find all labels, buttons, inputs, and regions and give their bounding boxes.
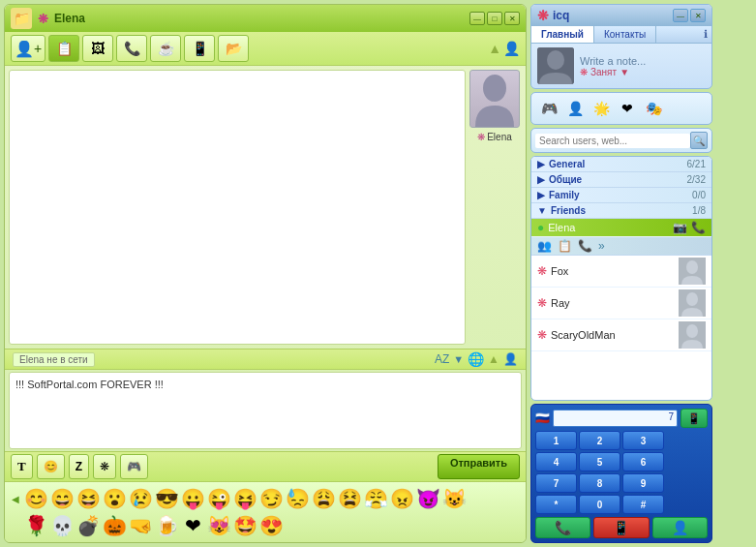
end-call-button[interactable]: 📱 [593, 517, 649, 538]
profile-info: Write a note... ❋ Занят ▼ [580, 55, 706, 77]
emoji-sad[interactable]: 😢 [128, 486, 153, 511]
text-format-button[interactable]: T [11, 454, 33, 479]
scroll-up-chat[interactable]: ▲ [488, 41, 501, 56]
group-general[interactable]: ▶ General 6/21 [531, 157, 711, 172]
mobile-button[interactable]: 📱 [184, 35, 215, 62]
key-9[interactable]: 9 [622, 473, 664, 493]
emoji-scroll-left[interactable]: ◀ [9, 486, 22, 511]
globe-icon[interactable]: 🌐 [468, 351, 484, 367]
emoji-laugh[interactable]: 😆 [76, 486, 101, 511]
dropdown-arrow[interactable]: ▼ [453, 353, 464, 365]
elena-action-1[interactable]: 👥 [537, 239, 552, 253]
flower-button[interactable]: ❋ [93, 454, 116, 479]
emoji-weary[interactable]: 😩 [311, 486, 336, 511]
chat-input-area[interactable]: !!! SoftPortal.com FOREVER !!! [9, 372, 522, 449]
emoji-tongue[interactable]: 😛 [180, 486, 205, 511]
icq-icon-star[interactable]: 🌟 [590, 97, 613, 120]
icq-minimize-button[interactable]: — [673, 9, 688, 22]
maximize-button[interactable]: □ [487, 12, 502, 25]
contact-fox[interactable]: ❋ Fox [531, 256, 711, 288]
phone-display[interactable]: 7 [553, 410, 678, 427]
emoji-wink-tongue[interactable]: 😜 [206, 486, 231, 511]
elena-action-3[interactable]: 📞 [578, 239, 592, 253]
z-button[interactable]: Z [69, 454, 89, 479]
coffee-button[interactable]: ☕ [150, 35, 181, 62]
emoji-tired[interactable]: 😫 [337, 486, 362, 511]
emoji-rose[interactable]: 🌹 [23, 513, 48, 538]
key-5[interactable]: 5 [579, 452, 620, 471]
key-1[interactable]: 1 [535, 431, 577, 450]
emoji-steaming[interactable]: 😤 [363, 486, 388, 511]
emoji-heart[interactable]: ❤ [180, 513, 205, 538]
emoji-love-eyes[interactable]: 😍 [258, 513, 284, 538]
group-friends[interactable]: ▼ Friends 1/8 [531, 203, 711, 219]
emoji-scroll-left2[interactable] [9, 513, 22, 538]
key-4[interactable]: 4 [535, 452, 577, 471]
icq-icon-heart[interactable]: ❤ [616, 97, 639, 120]
input-text: !!! SoftPortal.com FOREVER !!! [14, 377, 517, 392]
scroll-contacts-btn[interactable]: 👤 [503, 41, 520, 56]
elena-action-more[interactable]: » [598, 239, 605, 253]
profile-note[interactable]: Write a note... [580, 55, 706, 67]
emoji-angry[interactable]: 😠 [389, 486, 414, 511]
search-button[interactable]: 🔍 [690, 132, 708, 149]
emoji-wow[interactable]: 😮 [102, 486, 127, 511]
emoji-sweat[interactable]: 😓 [285, 486, 310, 511]
emoji-squint[interactable]: 😝 [232, 486, 257, 511]
icq-icon-user[interactable]: 👤 [563, 97, 587, 120]
scroll-up-icon[interactable]: ▲ [488, 352, 499, 366]
contact-ray[interactable]: ❋ Ray [531, 288, 711, 319]
emoji-grin[interactable]: 😄 [49, 486, 75, 511]
emoji-cat-heart[interactable]: 😻 [206, 513, 231, 538]
key-2[interactable]: 2 [579, 431, 620, 450]
emoji-happy[interactable]: 😊 [23, 486, 48, 511]
emoji-smirk[interactable]: 😏 [258, 486, 284, 511]
group-obshie[interactable]: ▶ Общие 2/32 [531, 172, 711, 188]
icq-icon-mask[interactable]: 🎭 [642, 97, 665, 120]
contacts-button[interactable]: 👤 [652, 517, 708, 538]
key-8[interactable]: 8 [579, 473, 620, 493]
icq-icon-game[interactable]: 🎮 [537, 97, 560, 120]
image-button[interactable]: 🖼 [82, 35, 113, 62]
close-button[interactable]: ✕ [504, 12, 520, 25]
status-dropdown[interactable]: ▼ [620, 67, 629, 77]
history-button[interactable]: 📋 [48, 35, 79, 62]
emoji-picker-button[interactable]: 😊 [37, 454, 65, 479]
chat-messages[interactable] [9, 70, 466, 345]
tab-contacts[interactable]: Контакты [594, 26, 656, 43]
contact-elena[interactable]: ● Elena 📷 📞 [531, 219, 711, 237]
phone-button[interactable]: 📞 [116, 35, 147, 62]
search-input[interactable] [535, 134, 690, 148]
add-contact-button[interactable]: 👤+ [11, 35, 45, 62]
key-7[interactable]: 7 [535, 473, 577, 493]
emoji-devil[interactable]: 😈 [415, 486, 440, 511]
key-3[interactable]: 3 [622, 431, 664, 450]
info-button[interactable]: ℹ [700, 26, 711, 43]
chat-title-left: 📁 ❋ Elena [11, 8, 85, 29]
emoji-bomb[interactable]: 💣 [76, 513, 101, 538]
elena-action-2[interactable]: 📋 [558, 239, 572, 253]
emoji-star-eyes[interactable]: 🤩 [232, 513, 257, 538]
minimize-button[interactable]: — [469, 12, 485, 25]
folder-button[interactable]: 📂 [218, 35, 249, 62]
game-button[interactable]: 🎮 [120, 454, 148, 479]
key-star[interactable]: * [535, 495, 577, 514]
key-blank-4 [666, 495, 708, 514]
send-button[interactable]: Отправить [438, 454, 520, 479]
emoji-pumpkin[interactable]: 🎃 [102, 513, 127, 538]
emoji-cool[interactable]: 😎 [154, 486, 179, 511]
key-6[interactable]: 6 [622, 452, 664, 471]
emoji-skull[interactable]: 💀 [49, 513, 75, 538]
contact-scaryoldman[interactable]: ❋ ScaryOldMan [531, 319, 711, 351]
tab-main[interactable]: Главный [531, 26, 594, 43]
emoji-fist[interactable]: 🤜 [128, 513, 153, 538]
chat-toolbar: 👤+ 📋 🖼 📞 ☕ 📱 📂 ▲ 👤 [5, 32, 526, 66]
icq-close-button[interactable]: ✕ [690, 9, 706, 22]
phone-mobile-button[interactable]: 📱 [680, 409, 708, 428]
emoji-cat[interactable]: 😺 [441, 486, 467, 511]
emoji-beer[interactable]: 🍺 [154, 513, 179, 538]
key-hash[interactable]: # [622, 495, 664, 514]
key-0[interactable]: 0 [579, 495, 620, 514]
call-button[interactable]: 📞 [535, 517, 590, 538]
group-family[interactable]: ▶ Family 0/0 [531, 188, 711, 203]
